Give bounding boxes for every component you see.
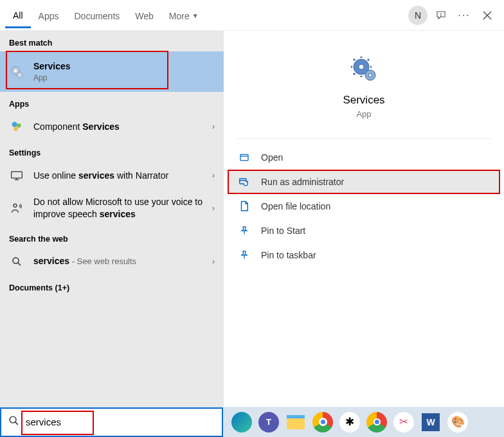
search-icon [1,415,26,429]
result-subtitle: App [33,73,215,83]
section-settings: Settings [0,141,224,161]
result-label: Component Services [33,121,212,133]
tab-documents[interactable]: Documents [66,3,127,28]
result-component-services[interactable]: Component Services › [0,112,224,141]
open-icon [238,151,251,164]
section-apps: Apps [0,92,224,112]
result-title: Services [33,60,215,73]
results-panel: Best match Services App Apps Component S… [0,31,224,407]
svg-point-2 [14,69,17,71]
preview-panel: Services App Open Run as administrator O… [224,31,504,407]
taskbar-paint-icon[interactable]: 🎨 [444,409,471,436]
services-app-icon [348,54,379,85]
preview-subtitle: App [224,109,504,119]
user-avatar[interactable]: N [406,4,429,27]
tab-all[interactable]: All [5,3,31,28]
action-label: Open file location [261,201,330,211]
person-speech-icon [9,201,24,216]
monitor-icon [9,168,24,183]
search-filter-tabs: All Apps Documents Web More ▼ N ··· [0,0,504,31]
svg-rect-14 [240,154,248,160]
chevron-down-icon: ▼ [192,12,199,19]
taskbar-file-explorer-icon[interactable] [282,409,309,436]
more-options-icon[interactable]: ··· [453,4,476,27]
action-pin-to-taskbar[interactable]: Pin to taskbar [224,243,504,267]
taskbar-teams-icon[interactable]: T [255,409,282,436]
chevron-right-icon: › [212,204,215,213]
svg-point-13 [369,74,372,77]
pin-taskbar-icon [238,249,251,262]
result-narrator-services[interactable]: Use online services with Narrator › [0,161,224,190]
chevron-right-icon: › [212,171,215,180]
tab-more-label: More [169,11,190,21]
svg-point-11 [359,64,364,69]
result-web-services[interactable]: services - See web results › [0,247,224,276]
taskbar-chrome-icon[interactable] [309,409,336,436]
action-pin-to-start[interactable]: Pin to Start [224,219,504,243]
tab-apps[interactable]: Apps [31,3,67,28]
pin-start-icon [238,224,251,237]
result-label: services - See web results [33,255,212,267]
action-open[interactable]: Open [224,145,504,170]
taskbar-slack-icon[interactable]: ✱ [336,409,363,436]
action-label: Pin to Start [261,226,305,236]
action-label: Run as administrator [261,177,344,187]
result-label: Use online services with Narrator [33,170,212,182]
file-location-icon [238,200,251,213]
result-label: Do not allow Microsoft to use your voice… [33,196,212,220]
taskbar-word-icon[interactable]: W [417,409,444,436]
chevron-right-icon: › [212,122,215,131]
action-open-file-location[interactable]: Open file location [224,194,504,219]
result-speech-services[interactable]: Do not allow Microsoft to use your voice… [0,190,224,227]
taskbar-search-box[interactable] [0,407,223,437]
close-icon[interactable] [476,4,499,27]
gear-icon [9,64,24,80]
section-best-match: Best match [0,31,224,51]
svg-point-5 [17,123,21,128]
tab-web[interactable]: Web [127,3,161,28]
taskbar: T ✱ ✂ W 🎨 [0,407,504,437]
svg-rect-7 [12,172,22,178]
svg-point-8 [14,204,17,207]
section-documents: Documents (1+) [0,276,224,296]
search-icon [9,254,24,269]
svg-point-4 [12,122,17,127]
section-search-web: Search the web [0,227,224,247]
taskbar-snip-icon[interactable]: ✂ [390,409,417,436]
component-services-icon [9,119,24,134]
action-run-as-administrator[interactable]: Run as administrator [228,170,500,194]
action-label: Pin to taskbar [261,250,316,260]
avatar-letter: N [408,6,428,25]
svg-point-6 [14,127,18,131]
result-services-app[interactable]: Services App [0,51,224,92]
search-input[interactable] [26,409,222,436]
taskbar-chrome-canary-icon[interactable] [363,409,390,436]
svg-point-16 [10,416,16,423]
admin-shield-icon [238,175,251,188]
feedback-icon[interactable] [429,4,453,27]
svg-point-3 [17,72,22,77]
tab-more[interactable]: More ▼ [161,3,206,28]
chevron-right-icon: › [212,257,215,266]
svg-point-0 [441,15,442,16]
preview-title: Services [224,94,504,107]
action-label: Open [261,152,283,163]
taskbar-edge-icon[interactable] [228,409,255,436]
svg-point-9 [13,258,19,263]
